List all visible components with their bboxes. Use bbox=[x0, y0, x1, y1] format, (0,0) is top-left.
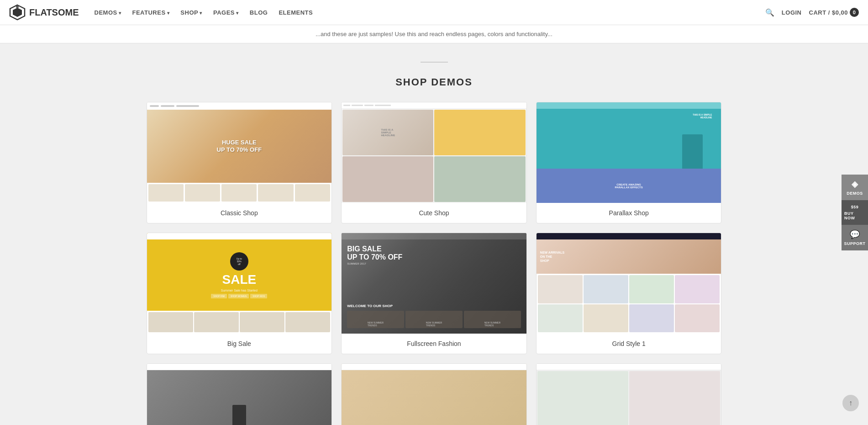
thumb-nav bbox=[147, 233, 332, 239]
thumb-content: BIG SALEUP TO 70% OFF SUMMER 2017 WELCOM… bbox=[342, 239, 526, 334]
search-button[interactable]: 🔍 bbox=[765, 8, 774, 17]
product-thumb bbox=[285, 312, 330, 332]
product-cell bbox=[584, 275, 628, 303]
demo-card-bottom-2[interactable] bbox=[341, 363, 527, 425]
demo-card-grid-style-1[interactable]: NEW ARRIVALSON THESHOP bbox=[536, 233, 722, 354]
bottom-cards: NEW SUMMERTRENDS NEW SUMMERTRENDS NEW SU… bbox=[347, 311, 521, 328]
demo-card-image-classic: HUGE SALEUP TO 70% OFF bbox=[147, 102, 332, 203]
demo-card-label-parallax: Parallax Shop bbox=[537, 203, 721, 223]
demo-card-bottom-3[interactable] bbox=[536, 363, 722, 425]
products-grid bbox=[537, 274, 721, 334]
header-left: FLATSOME DEMOS FEATURES SHOP PAGES BLOG bbox=[9, 4, 317, 21]
btn-shop-women: SHOP WOMEN bbox=[228, 294, 249, 298]
card-2: NEW SUMMERTRENDS bbox=[405, 311, 463, 328]
nav-link-blog[interactable]: BLOG bbox=[245, 6, 273, 19]
product-thumb bbox=[185, 184, 220, 202]
thumb-nav bbox=[342, 102, 526, 109]
thumb-hero bbox=[342, 370, 526, 425]
main-content: ...and these are just samples! Use this … bbox=[0, 0, 868, 425]
thumb-top-hero: THIS IS A SIMPLEHEADLINE bbox=[537, 109, 721, 169]
thumb-bigsale: Up to50%off SALE Summer Sale has Started… bbox=[147, 233, 332, 334]
demo-card-bottom-1[interactable] bbox=[147, 363, 332, 425]
nav-item-elements[interactable]: ELEMENTS bbox=[274, 8, 317, 16]
shop-demos-section: SHOP DEMOS HUGE SALEUP TO 70% OFF bbox=[137, 43, 731, 425]
nav-item-pages[interactable]: PAGES bbox=[209, 8, 243, 16]
thumb-parallax: THIS IS A SIMPLEHEADLINE CREATE AMAZINGP… bbox=[537, 102, 721, 203]
product-cell bbox=[629, 304, 674, 333]
thumb-grid-content: THIS IS ASIMPLEHEADLINE bbox=[342, 109, 526, 203]
search-icon: 🔍 bbox=[765, 9, 774, 16]
demo-card-big-sale[interactable]: Up to50%off SALE Summer Sale has Started… bbox=[147, 233, 332, 354]
man-silhouette bbox=[232, 405, 246, 425]
demo-card-parallax-shop[interactable]: THIS IS A SIMPLEHEADLINE CREATE AMAZINGP… bbox=[536, 102, 722, 223]
section-divider bbox=[421, 62, 448, 63]
thumb-header bbox=[147, 102, 332, 110]
sale-sub-text: Summer Sale has Started bbox=[221, 289, 258, 292]
thumb-hero-content bbox=[232, 405, 246, 425]
thumb-nav bbox=[342, 233, 526, 239]
support-icon: 💬 bbox=[850, 229, 860, 239]
grid-cell-2 bbox=[434, 110, 525, 155]
demo-card-cute-shop[interactable]: THIS IS ASIMPLEHEADLINE Cute Shop bbox=[341, 102, 527, 223]
cart-label: CART / $0,00 bbox=[809, 9, 848, 16]
product-thumb bbox=[194, 312, 239, 332]
thumb-nav bbox=[537, 364, 721, 370]
buy-now-widget[interactable]: $59 BUY NOW bbox=[842, 200, 868, 225]
login-link[interactable]: LOGIN bbox=[782, 9, 802, 16]
cart-count-badge: 0 bbox=[850, 8, 859, 17]
cart-button[interactable]: CART / $0,00 0 bbox=[809, 8, 859, 17]
thumb-b3 bbox=[537, 364, 721, 425]
thumb-text-area: THIS IS A SIMPLEHEADLINE bbox=[693, 113, 712, 119]
demos-widget[interactable]: ◈ DEMOS bbox=[842, 175, 868, 200]
support-widget[interactable]: 💬 SUPPORT bbox=[842, 225, 868, 250]
main-sale-text: BIG SALEUP TO 70% OFF bbox=[347, 245, 521, 261]
welcome-text: WELCOME TO OUR SHOP bbox=[347, 304, 521, 308]
thumb-bottom-section: CREATE AMAZINGPARALLAX EFFECTS bbox=[537, 169, 721, 203]
person-silhouette bbox=[682, 134, 703, 169]
nav-menu: DEMOS FEATURES SHOP PAGES BLOG ELEMENTS bbox=[90, 8, 318, 16]
demo-card-label-grid: Grid Style 1 bbox=[537, 334, 721, 354]
nav-item-blog[interactable]: BLOG bbox=[245, 8, 273, 16]
content-cell-2 bbox=[629, 371, 720, 425]
sub-text: SUMMER 2017 bbox=[347, 262, 521, 265]
product-thumb bbox=[258, 184, 293, 202]
header-right: 🔍 LOGIN CART / $0,00 0 bbox=[765, 8, 859, 17]
buy-now-price: $59 bbox=[851, 205, 859, 209]
product-thumb bbox=[240, 312, 284, 332]
product-cell bbox=[538, 275, 583, 303]
nav-item-shop[interactable]: SHOP bbox=[176, 8, 207, 16]
top-banner-text: ...and these are just samples! Use this … bbox=[316, 31, 552, 37]
nav-link-pages[interactable]: PAGES bbox=[209, 6, 243, 19]
scroll-top-button[interactable]: ↑ bbox=[842, 395, 859, 411]
grid-cell-3 bbox=[342, 156, 433, 202]
demo-card-fullscreen-fashion[interactable]: BIG SALEUP TO 70% OFF SUMMER 2017 WELCOM… bbox=[341, 233, 527, 354]
grid-cell-1: THIS IS ASIMPLEHEADLINE bbox=[342, 110, 433, 155]
nav-link-shop[interactable]: SHOP bbox=[176, 6, 207, 19]
nav-item-demos[interactable]: DEMOS bbox=[90, 8, 126, 16]
demo-card-image-parallax: THIS IS A SIMPLEHEADLINE CREATE AMAZINGP… bbox=[537, 102, 721, 203]
thumb-nav bbox=[537, 102, 721, 109]
product-cell bbox=[538, 304, 583, 333]
products-strip bbox=[147, 311, 332, 334]
nav-link-demos[interactable]: DEMOS bbox=[90, 6, 126, 19]
demo-card-image-fullscreen: BIG SALEUP TO 70% OFF SUMMER 2017 WELCOM… bbox=[342, 233, 526, 334]
products-row bbox=[147, 183, 332, 203]
nav-link-elements[interactable]: ELEMENTS bbox=[274, 6, 317, 19]
demo-card-image-cute: THIS IS ASIMPLEHEADLINE bbox=[342, 102, 526, 203]
nav-link-features[interactable]: FEATURES bbox=[127, 6, 174, 19]
side-widgets: ◈ DEMOS $59 BUY NOW 💬 SUPPORT bbox=[842, 175, 868, 250]
card-1: NEW SUMMERTRENDS bbox=[347, 311, 404, 328]
sale-badge: Up to50%off bbox=[230, 252, 248, 271]
logo[interactable]: FLATSOME bbox=[9, 4, 79, 21]
thumb-cute: THIS IS ASIMPLEHEADLINE bbox=[342, 102, 526, 203]
nav-item-features[interactable]: FEATURES bbox=[127, 8, 174, 16]
product-thumb bbox=[295, 184, 330, 202]
thumb-hero bbox=[147, 370, 332, 425]
product-thumb bbox=[148, 312, 193, 332]
thumb-nav bbox=[342, 364, 526, 370]
demo-card-classic-shop[interactable]: HUGE SALEUP TO 70% OFF Classic Shop bbox=[147, 102, 332, 223]
logo-text: FLATSOME bbox=[29, 7, 79, 18]
product-thumb bbox=[148, 184, 184, 202]
demo-card-image-grid: NEW ARRIVALSON THESHOP bbox=[537, 233, 721, 334]
sale-text: HUGE SALEUP TO 70% OFF bbox=[217, 139, 262, 153]
